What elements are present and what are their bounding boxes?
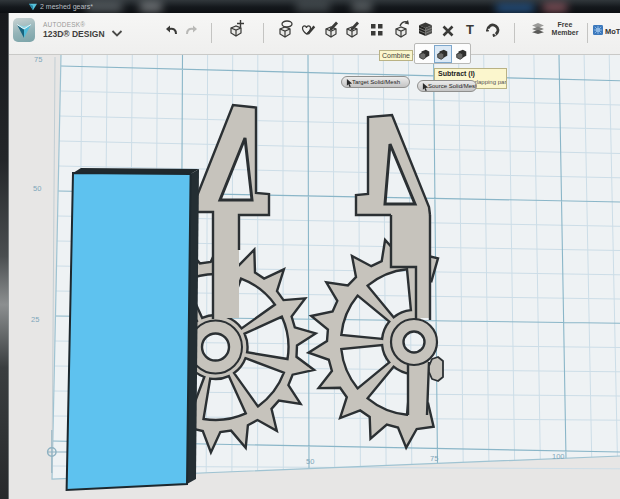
svg-text:25: 25 [31, 315, 39, 324]
svg-text:50: 50 [306, 457, 314, 466]
svg-text:75: 75 [430, 454, 438, 463]
svg-text:100: 100 [552, 452, 565, 461]
svg-text:50: 50 [33, 184, 41, 193]
svg-text:75: 75 [34, 55, 42, 64]
